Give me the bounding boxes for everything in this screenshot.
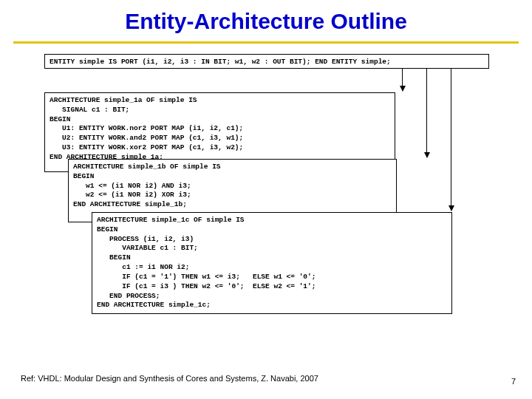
slide-title: Entity-Architecture Outline	[0, 0, 532, 41]
title-divider	[13, 41, 519, 44]
diagram-stage: ENTITY simple IS PORT (i1, i2, i3 : IN B…	[30, 54, 502, 335]
entity-declaration-box: ENTITY simple IS PORT (i1, i2, i3 : IN B…	[44, 54, 489, 69]
architecture-1c-box: ARCHITECTURE simple_1c OF simple IS BEGI…	[92, 212, 452, 314]
arrow-to-arch-c	[451, 69, 451, 211]
page-number: 7	[511, 377, 516, 386]
arrow-to-arch-a	[402, 69, 403, 91]
reference-citation: Ref: VHDL: Modular Design and Synthesis …	[21, 374, 318, 383]
arrow-to-arch-b	[426, 69, 427, 157]
